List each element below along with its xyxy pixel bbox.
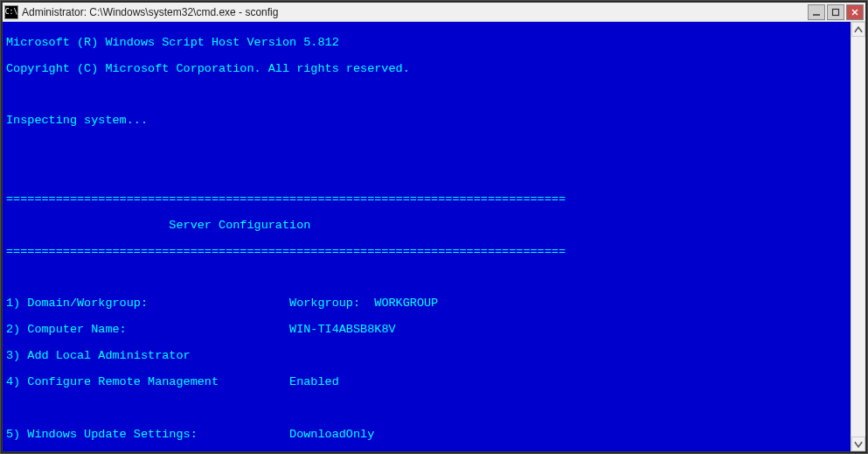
window-controls — [808, 4, 864, 20]
minimize-icon — [812, 8, 821, 17]
menu-item-3: 3) Add Local Administrator — [6, 350, 847, 363]
blank — [6, 402, 847, 416]
vertical-scrollbar[interactable] — [851, 22, 865, 451]
close-icon — [851, 8, 859, 17]
scroll-track[interactable] — [851, 37, 865, 437]
scroll-down-button[interactable] — [851, 437, 865, 451]
blank — [6, 271, 847, 284]
blank — [6, 167, 847, 180]
titlebar[interactable]: C:\ Administrator: C:\Windows\system32\c… — [3, 3, 865, 22]
cmd-icon: C:\ — [4, 5, 18, 19]
menu-item-5: 5) Windows Update Settings: DownloadOnly — [6, 429, 847, 442]
config-title: Server Configuration — [6, 220, 847, 233]
blank — [6, 89, 847, 102]
window-title: Administrator: C:\Windows\system32\cmd.e… — [22, 6, 808, 18]
console-output[interactable]: Microsoft (R) Windows Script Host Versio… — [3, 22, 851, 451]
copyright: Copyright (C) Microsoft Corporation. All… — [6, 63, 847, 76]
minimize-button[interactable] — [808, 4, 825, 20]
blank — [6, 141, 847, 154]
menu-item-4: 4) Configure Remote Management Enabled — [6, 376, 847, 389]
maximize-button[interactable] — [827, 4, 844, 20]
console-wrapper: Microsoft (R) Windows Script Host Versio… — [3, 22, 865, 451]
maximize-icon — [831, 8, 840, 17]
chevron-down-icon — [852, 438, 865, 451]
menu-item-2: 2) Computer Name: WIN-TI4ABSB8K8V — [6, 324, 847, 337]
chevron-up-icon — [852, 24, 865, 36]
scroll-up-button[interactable] — [851, 22, 865, 37]
wsh-version: Microsoft (R) Windows Script Host Versio… — [6, 37, 847, 50]
divider-bottom: ========================================… — [6, 246, 847, 259]
svg-rect-1 — [833, 9, 839, 15]
close-button[interactable] — [846, 4, 864, 20]
menu-item-1: 1) Domain/Workgroup: Workgroup: WORKGROU… — [6, 297, 847, 311]
cmd-window: C:\ Administrator: C:\Windows\system32\c… — [2, 2, 866, 452]
divider-top: ========================================… — [6, 193, 847, 206]
inspecting-msg: Inspecting system... — [6, 115, 847, 128]
